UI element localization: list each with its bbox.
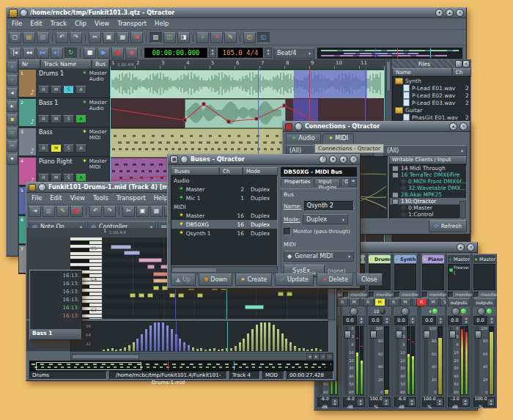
track-s-button[interactable]: S (63, 115, 74, 123)
editor-record-icon[interactable]: ● (70, 206, 83, 217)
select-range-icon[interactable]: ◫ (163, 32, 176, 43)
thumbnail-view-rect[interactable] (36, 362, 141, 370)
gain-spinner[interactable]: ▴▾ (358, 316, 365, 325)
track-badge[interactable]: 4♪ (19, 158, 36, 185)
strip-r-button[interactable]: R (388, 298, 399, 306)
editor-copy-icon[interactable]: ▣ (136, 206, 149, 217)
bus-row[interactable]: ✶Master2Duplex (171, 185, 277, 194)
hscroll-zoomin-icon[interactable]: ＋ (320, 353, 326, 360)
up-button[interactable]: ▲Up (171, 273, 196, 286)
bus-row[interactable]: ✶DB50XG16Duplex (171, 220, 277, 229)
rewind-icon[interactable]: ◂◂ (23, 48, 35, 59)
menu-view[interactable]: View (70, 194, 85, 202)
redo-icon[interactable]: ↷ (70, 32, 82, 43)
strip-header[interactable]: ✶Master Ou (448, 255, 470, 263)
mixer-strip[interactable]: ✶Master Oumonitoroutputs0.0▴▾10080604020… (472, 254, 497, 408)
fast-forward-icon[interactable]: ▸▸ (37, 48, 49, 59)
monitor-checkbox[interactable] (448, 292, 454, 298)
mixer-strip[interactable]: ✶Master OuFreeverb (monitoroutputs0.0▴▾0… (446, 254, 471, 408)
pan-knob[interactable] (477, 307, 486, 316)
piano-key[interactable] (70, 241, 102, 244)
strip-header[interactable]: ✶Master Ou (473, 255, 495, 263)
file-item[interactable]: Guitar (393, 106, 470, 114)
plugin-item[interactable]: Freeverb ( (449, 265, 469, 275)
instrument-combo[interactable]: ◆General MIDI (284, 251, 354, 262)
buses-help-button[interactable]: ? (319, 155, 327, 163)
monitor-checkbox[interactable] (422, 292, 428, 298)
green-led[interactable] (461, 309, 466, 314)
create-button[interactable]: ✶Create (235, 273, 272, 286)
editor-menu-icon[interactable] (38, 183, 46, 191)
mixer-strip[interactable]: ✶Piano LeftmonitorRMS40.0▴▾1008060402001… (421, 254, 446, 408)
strip-r-button[interactable]: R (363, 298, 374, 306)
strip-monitor[interactable]: monitor (394, 291, 416, 298)
rewind-start-icon[interactable]: |◂ (9, 48, 21, 59)
tool-randomize-icon[interactable]: ▾ (7, 154, 18, 165)
time-display[interactable]: 00:00:00.000 (144, 48, 207, 58)
clip-row-drums[interactable] (110, 69, 385, 99)
gain-value[interactable]: 0.0 (473, 316, 487, 325)
knob-led[interactable] (380, 309, 385, 314)
gain-spinner[interactable]: ▴▾ (383, 316, 391, 325)
client-tree-item[interactable]: 0:Master (390, 205, 466, 211)
bus-row[interactable]: ✶Master16Duplex (171, 211, 277, 220)
zoom-in-icon[interactable]: ＋ (7, 62, 18, 73)
gain-fader[interactable] (449, 326, 453, 395)
tempo-display[interactable]: 105.0 4/4 (218, 48, 263, 58)
fader-handle[interactable] (424, 331, 430, 339)
menu-help[interactable]: Help (155, 20, 169, 28)
mixer-shade-button[interactable]: ▴ (457, 243, 465, 251)
clients-scrollbar[interactable] (460, 201, 466, 218)
buses-restore-button[interactable]: ▴ (339, 155, 347, 163)
editor-redo-icon[interactable]: ↷ (103, 206, 116, 217)
fader-handle[interactable] (396, 331, 402, 339)
cut-icon[interactable]: ✂ (89, 32, 101, 43)
record-icon[interactable]: ● (111, 48, 124, 59)
connections-shade-button[interactable]: ▴ (449, 122, 457, 130)
close-button[interactable]: × (456, 9, 464, 17)
main-menubar[interactable]: FileEditTrackClipViewTransportHelp (7, 18, 466, 30)
loop-icon[interactable]: ↻ (64, 48, 77, 59)
velocity-pane[interactable]: 96 64 32 (70, 321, 329, 353)
hscroll-zoomout-icon[interactable]: － (326, 353, 333, 360)
menu-file[interactable]: File (12, 20, 22, 28)
strip-m-button[interactable]: M (349, 298, 360, 306)
value-spinner[interactable]: ▴▾ (408, 398, 416, 406)
copy-icon[interactable]: ▣ (103, 32, 115, 43)
green-led[interactable] (487, 309, 492, 314)
outputs-button[interactable]: outputs (473, 298, 495, 306)
remove-track-icon[interactable]: ✕ (210, 32, 223, 43)
hscroll-left-icon[interactable]: ◂ (306, 353, 313, 360)
client-tree-item[interactable]: 32:Wavetable DMX... (390, 185, 466, 191)
track-row[interactable]: 1♪Drums 1RMSA✶MasterAudio (18, 69, 109, 98)
edit-track-icon[interactable]: ✎ (224, 32, 237, 43)
tabs-scroll-icon[interactable]: ◂▸ (350, 178, 357, 187)
zoom-out-icon[interactable]: － (7, 75, 18, 86)
buses-shade-button[interactable]: ▾ (329, 155, 337, 163)
strip-monitor[interactable]: monitor (422, 291, 444, 298)
monitor-checkbox[interactable] (394, 292, 400, 298)
menu-transport[interactable]: Transport (117, 194, 146, 202)
filter-right-combo[interactable]: (All) (383, 145, 467, 156)
piano-key[interactable] (70, 259, 102, 262)
value-spinner[interactable]: ▴▾ (436, 398, 443, 406)
fader-handle[interactable] (370, 331, 377, 339)
plugin-active-led[interactable] (449, 268, 453, 272)
track-badge[interactable]: 2♪ (19, 99, 36, 126)
track-s-button[interactable]: S (63, 86, 74, 94)
piano-key[interactable] (70, 245, 102, 248)
bus-row[interactable]: MIDI (171, 202, 277, 211)
outputs-button[interactable]: outputs (448, 298, 470, 306)
connections-titlebar[interactable]: Connections - Qtractor ▴ × (283, 122, 470, 132)
new-session-icon[interactable]: ▢ (9, 32, 21, 43)
files-dock-icon[interactable]: ◱ (455, 60, 462, 67)
track-badge[interactable]: 3♪ (19, 128, 36, 155)
strip-plugin-list[interactable] (473, 264, 495, 290)
play-icon[interactable]: ▶ (97, 48, 110, 59)
client-tree-item[interactable]: 16 TerraTec DMX6Fire (390, 172, 466, 178)
bus-row[interactable]: ✶Mic 11Duplex (171, 194, 277, 202)
tempo-spinner[interactable]: ▴▾ (265, 48, 272, 58)
delete-button[interactable]: ✕Delete (317, 273, 353, 286)
buses-col-buses[interactable]: Buses (171, 167, 219, 175)
strip-monitor[interactable]: monitor (343, 291, 365, 298)
